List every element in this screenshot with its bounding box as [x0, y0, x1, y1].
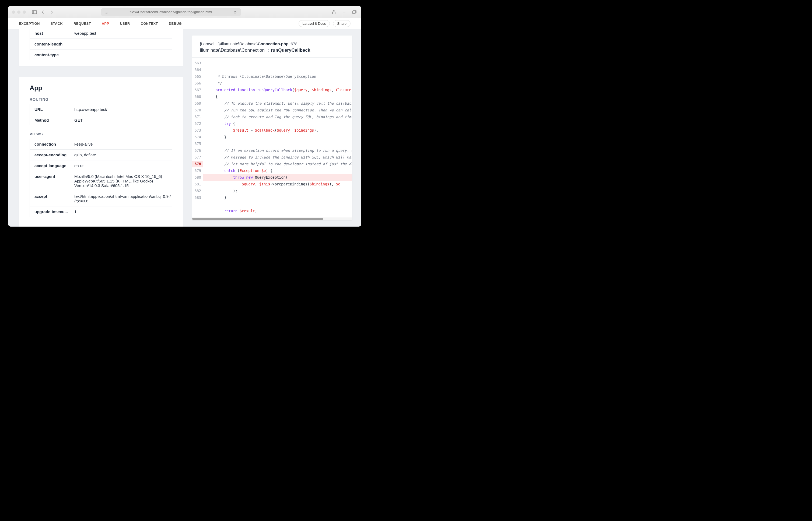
kv-row: hostwebapp.test [30, 29, 172, 39]
sidebar-icon[interactable] [31, 9, 38, 15]
tabs-overview-icon[interactable] [351, 9, 357, 15]
kv-key: accept-language [35, 163, 72, 168]
code-line: $result = $callback($query, $bindings); [203, 127, 352, 134]
line-number: 671 [192, 114, 203, 120]
line-number: 664 [192, 66, 203, 73]
routing-heading: ROUTING [29, 97, 172, 101]
views-list: connectionkeep-aliveaccept-encodinggzip,… [29, 139, 172, 217]
line-number: 674 [192, 134, 203, 140]
line-number: 668 [192, 93, 203, 100]
code-card: {Laravel…}\Illuminate\Database\Connectio… [192, 36, 352, 220]
class-ns: Illuminate\Database\Connection [200, 48, 265, 53]
left-column: hostwebapp.testcontent-lengthcontent-typ… [8, 29, 183, 227]
line-number: 679 [192, 167, 203, 174]
kv-key: upgrade-insecu... [35, 209, 72, 214]
kv-key: accept-encoding [35, 153, 72, 157]
code-line: ); [203, 187, 352, 194]
kv-key: connection [35, 142, 72, 146]
kv-value: en-us [74, 163, 172, 168]
code-line: throw new QueryException( [203, 174, 352, 181]
code-line: } [203, 194, 352, 201]
tab-stack[interactable]: STACK [51, 22, 63, 26]
nav-tabs: EXCEPTION STACK REQUEST APP USER CONTEXT… [8, 18, 361, 29]
kv-key: user-agent [35, 174, 72, 179]
path-file: Connection.php [258, 41, 288, 46]
content: hostwebapp.testcontent-lengthcontent-typ… [8, 29, 361, 227]
path-line: 678 [291, 41, 298, 46]
routing-list: URLhttp://webapp.test/MethodGET [29, 104, 172, 126]
kv-key: content-length [35, 42, 72, 46]
address-bar[interactable]: file:///Users/freek/Downloads/ignition-t… [101, 8, 241, 16]
app-title: App [29, 84, 172, 92]
kv-value: gzip, deflate [74, 153, 172, 157]
line-number: 678 [192, 161, 203, 167]
line-number: 680 [192, 174, 203, 181]
kv-key: URL [35, 107, 72, 112]
share-icon[interactable] [331, 9, 337, 15]
kv-row: accept-encodinggzip, deflate [30, 150, 172, 160]
back-icon[interactable] [40, 9, 46, 15]
method-name: runQueryCallback [271, 48, 310, 53]
kv-row: content-type [30, 49, 172, 60]
code-line: try { [203, 120, 352, 127]
line-number: 677 [192, 154, 203, 161]
code-line: return $result; [203, 208, 352, 214]
window-controls[interactable] [12, 10, 26, 14]
kv-key: host [35, 31, 72, 36]
code-line [203, 140, 352, 147]
views-heading: VIEWS [29, 132, 172, 136]
share-button[interactable]: Share [333, 20, 351, 27]
kv-value: Mozilla/5.0 (Macintosh; Intel Mac OS X 1… [74, 174, 172, 188]
forward-icon[interactable] [48, 9, 55, 15]
line-number: 681 [192, 181, 203, 187]
line-number: 683 [192, 194, 203, 201]
tab-context[interactable]: CONTEXT [141, 22, 158, 26]
kv-key: accept [35, 194, 72, 199]
tab-exception[interactable]: EXCEPTION [19, 22, 40, 26]
close-icon[interactable] [12, 10, 15, 14]
horizontal-scrollbar[interactable] [192, 218, 352, 220]
kv-value: 1 [74, 209, 172, 214]
reader-icon[interactable] [104, 9, 110, 15]
line-number: 672 [192, 120, 203, 127]
browser-window: file:///Users/freek/Downloads/ignition-t… [8, 6, 361, 227]
zoom-icon[interactable] [23, 10, 26, 14]
docs-button[interactable]: Laravel 8 Docs [299, 20, 330, 27]
path-prefix: {Laravel…}\Illuminate\Database\ [200, 41, 258, 46]
code-line: // To execute the statement, we'll simpl… [203, 100, 352, 107]
code-line: } [203, 134, 352, 140]
line-number: 670 [192, 107, 203, 114]
line-number: 663 [192, 60, 203, 66]
code-line: catch (Exception $e) { [203, 167, 352, 174]
line-gutter: 6636646656666676686696706716726736746756… [192, 58, 203, 220]
code-line: $query, $this->prepareBindings($bindings… [203, 181, 352, 187]
code-body: 6636646656666676686696706716726736746756… [192, 58, 352, 220]
new-tab-icon[interactable] [341, 9, 347, 15]
kv-row: MethodGET [30, 115, 172, 126]
minimize-icon[interactable] [17, 10, 20, 14]
kv-row: content-length [30, 39, 172, 49]
kv-row: accept-languageen-us [30, 160, 172, 171]
line-number: 675 [192, 140, 203, 147]
kv-value: GET [74, 118, 172, 122]
kv-value: keep-alive [74, 142, 172, 146]
kv-value: webapp.test [74, 31, 172, 36]
tab-request[interactable]: REQUEST [73, 22, 91, 26]
code-line: // run the SQL against the PDO connectio… [203, 107, 352, 114]
tab-debug[interactable]: DEBUG [169, 22, 182, 26]
svg-rect-8 [352, 11, 355, 14]
kv-key: content-type [35, 52, 72, 57]
line-number: 665 [192, 73, 203, 80]
line-number: 669 [192, 100, 203, 107]
class-method: Illuminate\Database\Connection :: runQue… [200, 48, 345, 53]
kv-value: text/html,application/xhtml+xml,applicat… [74, 194, 172, 203]
url-text: file:///Users/freek/Downloads/ignition-t… [112, 10, 229, 14]
tab-user[interactable]: USER [120, 22, 130, 26]
reload-icon[interactable] [232, 9, 238, 15]
kv-value: http://webapp.test/ [74, 107, 172, 112]
scrollbar-thumb[interactable] [192, 218, 323, 220]
svg-rect-0 [32, 10, 37, 14]
headers-card: hostwebapp.testcontent-lengthcontent-typ… [19, 29, 183, 66]
tab-app[interactable]: APP [102, 22, 109, 26]
kv-row: user-agentMozilla/5.0 (Macintosh; Intel … [30, 171, 172, 191]
